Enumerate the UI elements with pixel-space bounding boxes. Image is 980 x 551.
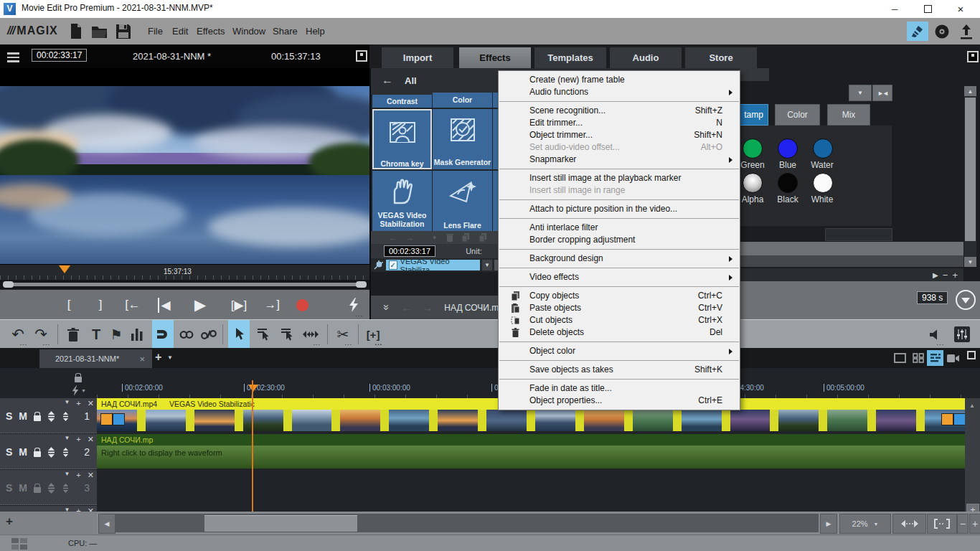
- track-height-icon[interactable]: [47, 411, 55, 422]
- effect-tile-color[interactable]: Color: [433, 93, 493, 108]
- track-collapse-icon[interactable]: ▼: [64, 435, 70, 444]
- transition-handle-blue-end[interactable]: [953, 413, 966, 425]
- track2-clip-body[interactable]: Right click to display the waveform: [97, 446, 965, 468]
- record-button[interactable]: [293, 290, 311, 320]
- zoom-out-button[interactable]: −: [957, 514, 969, 534]
- copy-keyframe-icon[interactable]: [462, 233, 471, 242]
- undock-panel-icon[interactable]: [967, 51, 979, 62]
- fade-handle-orange[interactable]: [100, 413, 113, 425]
- zoom-level-dropdown[interactable]: 22% ▼: [839, 514, 891, 534]
- clip-thumbnail[interactable]: [584, 410, 624, 431]
- menu-item-object-color[interactable]: Object color: [499, 345, 740, 357]
- menu-item-object-properties[interactable]: Object properties...Ctrl+E: [499, 395, 740, 407]
- menu-item-audio-functions[interactable]: Audio functions: [499, 86, 740, 98]
- add-keyframe-icon[interactable]: ✦: [431, 233, 438, 242]
- effect-enabled-checkbox[interactable]: ✓: [389, 260, 397, 270]
- collapse-chevrons-icon[interactable]: »: [381, 304, 393, 310]
- menu-effects[interactable]: Effects: [192, 18, 230, 44]
- effect-tile-mask-generator[interactable]: Mask Generator: [433, 109, 492, 169]
- panel-collapse-icon[interactable]: ►◄: [872, 85, 892, 101]
- audio-meter-button[interactable]: [127, 320, 147, 349]
- menu-item-paste-objects[interactable]: Paste objectsCtrl+V: [499, 302, 740, 314]
- new-project-icon[interactable]: [68, 23, 85, 40]
- clip-thumbnail[interactable]: [438, 410, 478, 431]
- menu-item-delete-objects[interactable]: Delete objectsDel: [499, 326, 740, 339]
- menu-item-copy-objects[interactable]: Copy objectsCtrl+C: [499, 290, 740, 302]
- menu-item-scene-recognition[interactable]: Scene recognition...Shift+Z: [499, 105, 740, 117]
- swatch-water[interactable]: [813, 138, 833, 159]
- solo-button[interactable]: S: [6, 482, 12, 494]
- swatch-black[interactable]: [778, 173, 798, 193]
- tab-import[interactable]: Import: [382, 47, 453, 68]
- track-minimize-icon[interactable]: [62, 447, 70, 458]
- clip-thumbnail[interactable]: [486, 410, 527, 431]
- timeline-automation-icon[interactable]: ▼: [72, 385, 86, 396]
- clip-thumbnail[interactable]: [778, 410, 819, 431]
- clip-thumbnail[interactable]: [292, 410, 332, 431]
- standard-mouse-mode-button[interactable]: [228, 320, 250, 349]
- kf-zoom-out-icon[interactable]: −: [943, 270, 948, 281]
- track-lock-icon[interactable]: [34, 415, 41, 421]
- menu-item-fade-in-date-as-title[interactable]: Fade in date as title...: [499, 382, 740, 395]
- preview-playhead-marker[interactable]: [59, 265, 70, 273]
- menu-item-save-objects-as-takes[interactable]: Save objects as takesShift+K: [499, 364, 740, 376]
- panel-scrollbar[interactable]: ▲ ▼: [964, 86, 976, 267]
- fade-handle-orange-end[interactable]: [941, 413, 953, 425]
- all-tracks-mode-button[interactable]: [276, 320, 298, 349]
- clip-thumbnail[interactable]: [389, 410, 429, 431]
- view-mode-camera-icon[interactable]: [945, 350, 961, 366]
- menu-item-create-frame-table[interactable]: Create (new) frame table: [499, 74, 740, 86]
- effects-timecode[interactable]: 00:02:33:17: [384, 245, 435, 257]
- track-add-icon[interactable]: +: [76, 471, 80, 480]
- media-next-icon[interactable]: →: [422, 301, 433, 314]
- jump-to-start-button[interactable]: [←: [121, 290, 145, 320]
- close-button[interactable]: ×: [944, 0, 977, 18]
- track2-clip-titlebar[interactable]: НАД СОЧИ.mp: [97, 434, 965, 446]
- play-button[interactable]: ▶: [189, 290, 211, 320]
- clip-thumbnail[interactable]: [340, 410, 380, 431]
- solo-button[interactable]: S: [6, 410, 12, 422]
- performance-grid-icon[interactable]: [11, 538, 27, 550]
- view-mode-timeline-icon[interactable]: [927, 350, 943, 366]
- track-add-icon[interactable]: +: [76, 399, 80, 408]
- timeline-lock-icon[interactable]: [75, 372, 82, 385]
- menu-edit[interactable]: Edit: [168, 18, 192, 44]
- insert-mode-button[interactable]: [+]...: [362, 320, 384, 349]
- close-tab-icon[interactable]: ×: [139, 354, 145, 364]
- snap-magnet-button[interactable]: [152, 320, 174, 349]
- add-project-tab-icon[interactable]: +: [155, 351, 161, 364]
- clip-thumbnail[interactable]: [243, 410, 283, 431]
- ungroup-button[interactable]: [198, 320, 220, 349]
- scroll-right-icon[interactable]: ▶: [820, 514, 837, 534]
- burn-disc-icon[interactable]: [931, 22, 953, 41]
- audio-volume-button[interactable]: ...: [924, 320, 946, 349]
- menu-item-snapmarker[interactable]: Snapmarker: [499, 154, 740, 166]
- track-close-icon[interactable]: ✕: [88, 435, 94, 444]
- delete-object-button[interactable]: [63, 320, 83, 349]
- back-icon[interactable]: ←: [382, 74, 393, 87]
- scroll-up-icon[interactable]: ▲: [964, 86, 976, 96]
- preview-timecode[interactable]: 00:02:33:17: [32, 49, 87, 62]
- hscroll-thumb[interactable]: [204, 515, 357, 532]
- menu-item-cut-objects[interactable]: Cut objectsCtrl+X: [499, 314, 740, 326]
- mute-button[interactable]: M: [19, 410, 27, 422]
- monitor-menu-icon[interactable]: [7, 50, 19, 65]
- range-start-button[interactable]: [: [60, 290, 77, 320]
- swatch-white[interactable]: [813, 173, 833, 193]
- tab-store[interactable]: Store: [685, 47, 757, 68]
- undock-preview-icon[interactable]: [356, 50, 367, 62]
- track-collapse-icon[interactable]: ▼: [64, 399, 70, 408]
- open-project-icon[interactable]: [90, 23, 108, 40]
- scrubber-handle-left[interactable]: [3, 281, 14, 288]
- menu-file[interactable]: File: [143, 18, 167, 44]
- track-minimize-icon[interactable]: [62, 483, 70, 494]
- timeline-playhead-marker[interactable]: [248, 385, 258, 392]
- swatch-blue[interactable]: [778, 138, 798, 159]
- undock-timeline-icon[interactable]: [967, 351, 976, 359]
- track-height-icon[interactable]: [47, 483, 55, 494]
- clip-thumbnail[interactable]: [730, 410, 771, 431]
- project-tab[interactable]: 2021-08-31-NNM* ×: [39, 349, 152, 368]
- mixer-button[interactable]: [951, 320, 973, 349]
- clip-thumbnail[interactable]: [827, 410, 867, 431]
- preview-scrubber[interactable]: [0, 280, 369, 289]
